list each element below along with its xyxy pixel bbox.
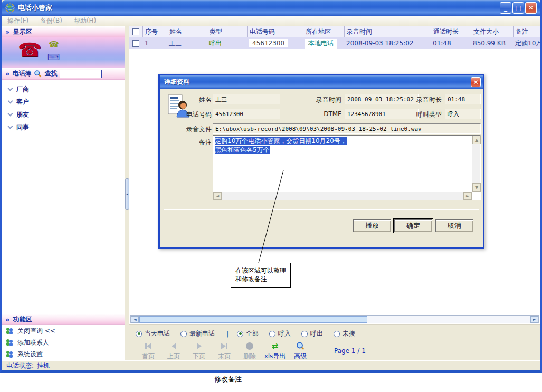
func-label: 关闭查询 <<	[17, 327, 55, 336]
phonebook-label[interactable]: 电话簿	[12, 69, 31, 78]
name-field[interactable]: 王三	[213, 94, 280, 104]
tree-item-customers[interactable]: 客户	[6, 95, 125, 108]
func-system-settings[interactable]: 系统设置	[2, 348, 125, 360]
filter-latest[interactable]: 最新电话	[180, 329, 215, 338]
function-section-header[interactable]: » 功能区	[2, 314, 125, 325]
first-page-button[interactable]: 首页	[136, 342, 161, 361]
col-header-duration[interactable]: 通话时长	[431, 26, 471, 37]
scroll-left-icon[interactable]: ◄	[213, 192, 222, 200]
selected-text-line2: 黑色和蓝色各5万个	[215, 146, 270, 154]
phone-field[interactable]: 45612300	[213, 109, 280, 119]
page-indicator: Page 1 / 1	[334, 347, 366, 355]
display-section-header[interactable]: » 显示区	[2, 26, 125, 37]
radio-icon[interactable]	[237, 331, 243, 337]
radio-icon[interactable]	[334, 331, 340, 337]
radio-icon[interactable]	[269, 331, 275, 337]
delete-button[interactable]: 删除	[237, 342, 262, 361]
close-button[interactable]: ✕	[525, 2, 537, 14]
last-page-button[interactable]: 末页	[212, 342, 237, 361]
scrollbar-thumb[interactable]	[139, 316, 367, 323]
col-header-phone[interactable]: 电话号码	[247, 26, 303, 37]
scroll-right-icon[interactable]: ►	[530, 316, 538, 323]
menu-help[interactable]: 帮助(H)	[74, 16, 96, 25]
nav-label: 首页	[142, 352, 155, 361]
dialog-body: 姓名 王三 录音时间 2008-09-03 18:25:02 录音时长 01:4…	[160, 89, 483, 247]
play-button[interactable]: 播放	[353, 219, 391, 232]
row-checkbox[interactable]	[132, 40, 139, 47]
select-all-checkbox[interactable]	[132, 28, 139, 35]
splitter-collapse-handle[interactable]: ◂	[125, 178, 129, 210]
cancel-button[interactable]: 取消	[435, 219, 473, 232]
minimize-button[interactable]: _	[500, 2, 511, 14]
maximize-button[interactable]: □	[512, 2, 524, 14]
note-horizontal-scrollbar[interactable]: ◄ ►	[213, 192, 472, 200]
table-horizontal-scrollbar[interactable]: ◄ ►	[130, 315, 539, 323]
filter-missed[interactable]: 未接	[334, 329, 355, 338]
scroll-left-icon[interactable]: ◄	[131, 316, 139, 323]
rec-file-field[interactable]: E:\ubox\usb-record\2008\09\03\2008-09-03…	[213, 123, 481, 134]
chevron-right-icon: »	[5, 315, 9, 323]
filter-incoming[interactable]: 呼入	[269, 329, 291, 338]
next-page-button[interactable]: 下页	[186, 342, 212, 361]
col-header-size[interactable]: 文件大小	[471, 26, 513, 37]
filter-today[interactable]: 当天电话	[136, 329, 170, 338]
phonebook-section-header: » 电话簿 查找	[2, 68, 125, 80]
col-header-note[interactable]: 备注	[513, 26, 540, 37]
tree-item-vendors[interactable]: 厂商	[6, 83, 125, 95]
rec-time-label: 录音时间	[302, 95, 341, 104]
chevron-right-icon: »	[5, 70, 9, 78]
xls-export-button[interactable]: ⇄ xls导出	[262, 342, 288, 361]
call-type-field[interactable]: 呼入	[445, 109, 481, 119]
advanced-search-button[interactable]: 高级	[288, 342, 313, 361]
note-label: 备注	[180, 138, 212, 147]
filter-outgoing[interactable]: 呼出	[301, 329, 323, 338]
col-header-time[interactable]: 录音时间	[344, 26, 431, 37]
scroll-down-icon[interactable]: ▼	[472, 183, 481, 192]
col-header-type[interactable]: 类型	[207, 26, 247, 37]
radio-icon[interactable]	[180, 331, 187, 337]
phone-label: 电话号码	[180, 110, 212, 119]
row-duration: 01:48	[431, 40, 471, 47]
dtmf-label: DTMF	[302, 110, 341, 118]
func-label: 添加联系人	[17, 338, 49, 347]
nav-label: 高级	[294, 352, 307, 361]
col-header-name[interactable]: 姓名	[167, 26, 207, 37]
func-close-query[interactable]: 关闭查询 <<	[2, 325, 125, 337]
func-add-contact[interactable]: 添加联系人	[2, 337, 125, 348]
row-size: 850.99 KB	[471, 40, 513, 47]
rec-len-field[interactable]: 01:48	[445, 94, 481, 104]
close-icon: ✕	[528, 4, 534, 12]
scroll-up-icon[interactable]: ▲	[472, 136, 481, 144]
filter-separator: |	[226, 330, 229, 338]
tree-item-colleagues[interactable]: 同事	[6, 121, 125, 133]
display-section-label: 显示区	[13, 27, 32, 36]
table-row[interactable]: 1 王三 呼出 45612300 本地电话 2008-09-03 18:25:0…	[129, 37, 540, 49]
col-header-index[interactable]: 序号	[142, 26, 167, 37]
menu-backup[interactable]: 备份(B)	[40, 16, 62, 25]
col-header-area[interactable]: 所在地区	[303, 26, 344, 37]
radio-icon[interactable]	[136, 331, 142, 337]
scroll-right-icon[interactable]: ►	[463, 192, 472, 200]
ok-button[interactable]: 确定	[394, 219, 432, 232]
tree-item-friends[interactable]: 朋友	[6, 108, 125, 121]
chevron-down-icon	[8, 99, 13, 104]
row-phone: 45612300	[249, 39, 288, 47]
people-icon	[5, 327, 14, 334]
menu-operate[interactable]: 操作(F)	[7, 16, 28, 25]
green-telephone-icon[interactable]: ☎	[49, 41, 59, 49]
filter-label: 最新电话	[189, 329, 215, 338]
note-textarea[interactable]: 定购10万个电话小管家，交货日期10月20号， 黑色和蓝色各5万个 ▲ ▼ ◄ …	[213, 135, 481, 200]
filter-all[interactable]: 全部	[237, 329, 259, 338]
nav-label: 上页	[167, 352, 180, 361]
prev-page-button[interactable]: 上页	[161, 342, 186, 361]
chevron-right-icon: »	[5, 28, 9, 36]
row-type: 呼出	[207, 39, 247, 48]
radio-icon[interactable]	[301, 331, 308, 337]
search-input[interactable]	[60, 70, 102, 78]
nav-label: 末页	[218, 352, 231, 361]
row-note: 定购10万	[513, 39, 540, 48]
dialog-close-button[interactable]: ✕	[471, 77, 481, 87]
note-vertical-scrollbar[interactable]: ▲ ▼	[472, 136, 480, 192]
keyboard-icon[interactable]: ⌨	[47, 53, 60, 62]
row-area: 本地电话	[305, 39, 337, 49]
